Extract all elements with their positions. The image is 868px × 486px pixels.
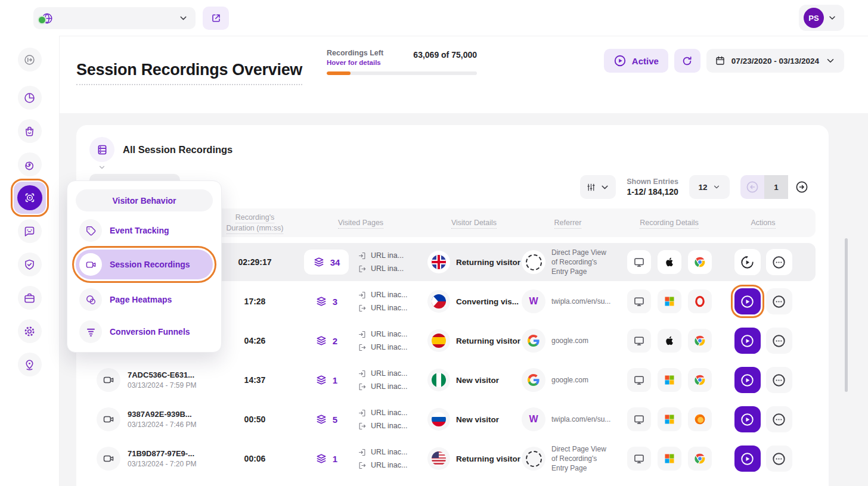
date-range-picker[interactable]: 07/23/2020 - 03/13/2024 (706, 49, 844, 73)
direct-dashed-icon (526, 254, 542, 270)
column-header-visited-pages: Visited Pages (295, 217, 426, 228)
scrollbar-thumb[interactable] (845, 238, 848, 392)
menu-item-page-heatmaps[interactable]: Page Heatmaps (76, 288, 213, 311)
recording-id: 71B9D877-97E9-... (128, 449, 196, 458)
menu-item-session-recordings[interactable]: Session Recordings (76, 250, 213, 279)
more-options-button[interactable] (766, 288, 792, 314)
column-header-referrer: Referrer (522, 217, 614, 228)
visited-pages-cell: 2 (295, 335, 358, 347)
exit-page-icon (358, 461, 367, 470)
windows-icon (658, 407, 681, 431)
windows-icon (658, 368, 681, 392)
sidebar-item-ecommerce[interactable] (18, 119, 42, 143)
database-icon[interactable] (89, 137, 114, 162)
tag-icon (79, 219, 102, 242)
play-icon (739, 451, 755, 467)
play-icon (739, 372, 755, 388)
more-options-button[interactable] (766, 367, 792, 393)
play-icon (739, 294, 755, 310)
google-icon (522, 329, 545, 353)
column-header-recording-details: Recording Details (614, 217, 724, 228)
more-options-button[interactable] (766, 446, 792, 472)
more-options-button[interactable] (766, 249, 792, 275)
visitor-details-cell: New visitor (426, 408, 522, 431)
recording-details-cell (614, 407, 724, 431)
duration-cell: 14:37 (215, 375, 295, 385)
play-recording-button[interactable] (734, 288, 761, 314)
table-row[interactable]: 71B9D877-97E9-...03/13/2024 - 7:20 PM 00… (89, 440, 816, 478)
pagination: 1 (740, 175, 816, 199)
layers-icon (315, 335, 327, 347)
menu-item-event-tracking[interactable]: Event Tracking (76, 219, 213, 242)
table-row[interactable]: 7ADC536C-E631...03/13/2024 - 7:59 PM 14:… (89, 361, 816, 399)
play-recording-button[interactable] (734, 446, 761, 472)
hover-for-details-link[interactable]: Hover for details (327, 59, 383, 66)
recording-id-cell: 71B9D877-97E9-...03/13/2024 - 7:20 PM (89, 447, 215, 471)
referrer-cell: W twipla.com/en/su... (522, 289, 614, 313)
exit-page-icon (358, 422, 367, 431)
apple-icon (658, 250, 681, 274)
sidebar-item-collapse[interactable] (18, 48, 42, 71)
page-size-select[interactable]: 12 (689, 175, 730, 199)
current-page-number[interactable]: 1 (764, 175, 788, 199)
column-header-actions: Actions (724, 217, 802, 228)
shown-entries: Shown Entries 1-12/ 184,120 (627, 177, 678, 197)
recordings-left-count: 63,069 of 75,000 (413, 50, 477, 60)
ecommerce-bag-icon (23, 125, 36, 138)
recording-datetime: 03/13/2024 - 7:59 PM (128, 381, 196, 390)
website-globe-icon (41, 12, 54, 25)
chrome-icon (688, 447, 712, 471)
table-row[interactable]: 9387A92E-939B...03/13/2024 - 7:46 PM 00:… (89, 400, 816, 438)
more-options-button[interactable] (766, 328, 792, 354)
next-page-button[interactable] (788, 175, 816, 199)
more-options-button[interactable] (766, 406, 792, 432)
replay-history-button[interactable] (734, 249, 761, 275)
sidebar-item-visitors[interactable] (18, 152, 42, 176)
layers-icon (313, 256, 325, 268)
sidebar-item-privacy[interactable] (18, 253, 42, 276)
windows-icon (658, 289, 681, 313)
country-flag-icon (432, 334, 446, 348)
url-cell: URL ina... URL ina... (358, 251, 426, 273)
sidebar-item-company[interactable] (18, 286, 42, 310)
sidebar-item-session-recordings[interactable] (14, 182, 46, 214)
play-icon (739, 333, 755, 349)
prev-page-button[interactable] (740, 175, 764, 199)
settings-gear-icon (23, 325, 36, 338)
sidebar-item-location[interactable] (18, 353, 42, 376)
recording-details-cell (614, 329, 724, 353)
website-selector-dropdown[interactable] (33, 7, 196, 29)
sidebar-item-feedback[interactable] (18, 219, 42, 243)
referrer-cell: Direct Page View of Recording's Entry Pa… (522, 248, 614, 277)
active-status-button[interactable]: Active (604, 49, 668, 73)
play-recording-button[interactable] (734, 406, 761, 432)
chevron-down-icon (827, 13, 837, 23)
sidebar-item-settings[interactable] (18, 319, 42, 343)
open-website-button[interactable] (203, 7, 229, 30)
chrome-icon (688, 368, 712, 392)
visited-pages-cell: 5 (295, 413, 358, 425)
recording-id-cell: 7ADC536C-E631...03/13/2024 - 7:59 PM (89, 368, 215, 392)
apple-icon (658, 329, 681, 353)
account-menu[interactable]: PS (799, 5, 844, 31)
actions-cell (724, 446, 802, 472)
external-link-icon (210, 13, 222, 24)
status-dot (38, 15, 46, 24)
filter-sliders-icon (586, 182, 596, 192)
menu-item-conversion-funnels[interactable]: Conversion Funnels (76, 320, 213, 344)
avatar: PS (804, 8, 824, 28)
behavior-spiral-icon (23, 158, 36, 171)
play-recording-button[interactable] (734, 367, 761, 393)
recording-details-cell (614, 447, 724, 471)
refresh-button[interactable] (674, 49, 700, 73)
duration-cell: 00:06 (215, 454, 295, 463)
sidebar-item-dashboard[interactable] (18, 86, 42, 110)
chrome-icon (688, 250, 712, 274)
duration-cell: 02:29:17 (215, 257, 295, 267)
filter-button[interactable] (580, 175, 616, 199)
history-icon (739, 254, 755, 270)
play-recording-button[interactable] (734, 328, 761, 354)
more-icon (771, 412, 787, 428)
chrome-icon (688, 329, 712, 353)
card-title: All Session Recordings (123, 144, 232, 155)
